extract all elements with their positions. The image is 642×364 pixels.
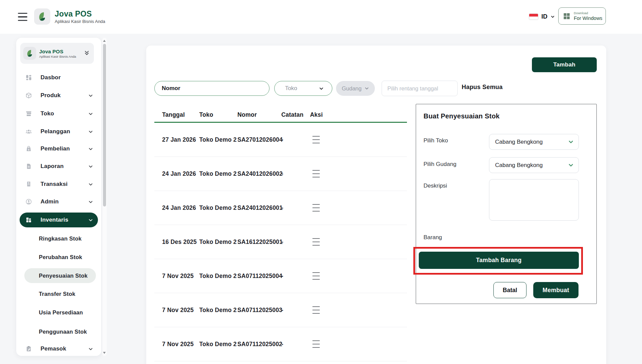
scrollbar-down-arrow[interactable]	[103, 352, 106, 354]
scrollbar-thumb[interactable]	[103, 44, 106, 206]
sidebar-brand-subtitle: Aplikasi Kasir Bisnis Anda	[39, 55, 76, 58]
sidebar-subitem-label: Usia Persediaan	[39, 309, 83, 316]
sidebar-subitem-ringkasan-stok[interactable]: Ringkasan Stok	[20, 231, 98, 246]
cell-number: SA07112025003	[237, 307, 281, 314]
chevron-down-icon	[88, 146, 93, 151]
sidebar-subitem-usia-persediaan[interactable]: Usia Persediaan	[20, 305, 98, 320]
page: Jova POS Aplikasi Kasir Bisnis Anda ID D…	[0, 0, 642, 364]
leaf-logo-icon	[25, 49, 34, 58]
main-content: Tambah Nomor Toko Gudang Hapus Semua Tan…	[146, 46, 606, 364]
store-select[interactable]: Cabang Bengkong	[489, 134, 579, 150]
store-filter-dropdown[interactable]: Toko	[274, 81, 332, 96]
membuat-button[interactable]: Membuat	[533, 282, 579, 298]
svg-text:$: $	[28, 148, 29, 151]
warehouse-filter-dropdown-disabled[interactable]: Gudang	[336, 81, 375, 96]
cell-note: -	[281, 204, 310, 212]
sidebar-item-laporan[interactable]: Laporan	[20, 159, 98, 174]
warehouse-select-value: Cabang Bengkong	[495, 162, 543, 169]
sidebar-subitem-perubahan-stok[interactable]: Perubahan Stok	[20, 250, 98, 264]
scrollbar-up-arrow[interactable]	[103, 40, 106, 42]
chevron-down-icon	[88, 346, 93, 352]
adjustments-table: Tanggal Toko Nomor Catatan Aksi 27 Jan 2…	[154, 108, 407, 361]
search-input[interactable]	[195, 82, 264, 94]
sidebar-item-inventaris[interactable]: Inventaris	[20, 213, 98, 227]
batal-button[interactable]: Batal	[493, 282, 527, 298]
cell-store: Toko Demo 2	[199, 136, 237, 143]
warehouse-select-label: Pilih Gudang	[423, 161, 456, 168]
cell-date: 24 Jan 2026	[154, 170, 199, 177]
language-code: ID	[541, 13, 547, 20]
cell-store: Toko Demo 2	[199, 170, 237, 177]
download-for-windows-button[interactable]: Download For Windows	[558, 7, 606, 25]
cell-store: Toko Demo 2	[199, 341, 237, 348]
table-header-row: Tanggal Toko Nomor Catatan Aksi	[154, 108, 407, 123]
tambah-barang-button[interactable]: Tambah Barang	[419, 252, 579, 269]
table-row: 7 Nov 2025 Toko Demo 2 SA07112025004 -	[154, 259, 407, 293]
chevron-down-icon	[88, 164, 93, 169]
sidebar-item-produk[interactable]: Produk	[20, 88, 98, 103]
cell-date: 7 Nov 2025	[154, 273, 199, 280]
chevron-down-icon	[88, 93, 93, 98]
sidebar-item-label: Produk	[41, 92, 61, 99]
sidebar-subitem-label: Penyesuaian Stok	[39, 273, 87, 279]
sidebar-item-label: Pemasok	[41, 345, 66, 352]
date-range-input[interactable]	[382, 81, 458, 96]
sidebar-item-transaksi[interactable]: $ Transaksi	[20, 177, 98, 192]
search-category-dropdown[interactable]: Nomor	[162, 85, 180, 92]
cell-note: -	[281, 136, 310, 143]
row-actions-menu-icon[interactable]	[312, 340, 321, 348]
cell-note: -	[281, 170, 310, 177]
sidebar-subitem-penyesuaian-stok[interactable]: Penyesuaian Stok	[24, 268, 96, 283]
column-header-catatan: Catatan	[281, 111, 310, 118]
sidebar-item-pembelian[interactable]: $ Pembelian	[20, 141, 98, 156]
row-actions-menu-icon[interactable]	[312, 136, 321, 143]
clear-all-button[interactable]: Hapus Semua	[462, 84, 503, 91]
download-label: For Windows	[574, 16, 602, 21]
sidebar-subitem-label: Penggunaan Stok	[39, 329, 87, 335]
sidebar-brand-card: Jova POS Aplikasi Kasir Bisnis Anda	[20, 43, 94, 64]
column-header-nomor: Nomor	[237, 111, 281, 118]
row-actions-menu-icon[interactable]	[312, 204, 321, 212]
chevron-down-icon	[88, 199, 93, 204]
sidebar-subitem-label: Perubahan Stok	[39, 254, 82, 260]
app-title: Jova POS	[55, 9, 105, 18]
items-label: Barang	[423, 234, 442, 241]
top-bar: Jova POS Aplikasi Kasir Bisnis Anda ID D…	[0, 0, 642, 34]
hamburger-menu-icon[interactable]	[18, 13, 28, 21]
sidebar-subitem-transfer-stok[interactable]: Transfer Stok	[20, 286, 98, 301]
warehouse-filter-label: Gudang	[342, 85, 362, 92]
row-actions-menu-icon[interactable]	[312, 238, 321, 246]
app-brand: Jova POS Aplikasi Kasir Bisnis Anda	[34, 8, 105, 25]
sidebar-item-label: Admin	[41, 198, 59, 205]
tambah-button[interactable]: Tambah	[532, 57, 597, 72]
table-row: 7 Nov 2025 Toko Demo 2 SA07112025003 -	[154, 293, 407, 327]
sidebar-subitem-label: Ringkasan Stok	[39, 235, 82, 242]
description-textarea[interactable]	[489, 179, 579, 221]
dashboard-icon	[25, 74, 32, 81]
sidebar-collapse-icon[interactable]	[84, 50, 90, 56]
row-actions-menu-icon[interactable]	[312, 272, 321, 280]
cell-date: 24 Jan 2026	[154, 204, 199, 212]
column-header-toko: Toko	[199, 111, 237, 118]
sidebar-item-toko[interactable]: Toko	[20, 106, 98, 121]
chevron-down-icon	[568, 162, 574, 168]
sidebar-item-dasbor[interactable]: Dasbor	[20, 70, 98, 85]
sidebar-subitem-penggunaan-stok[interactable]: Penggunaan Stok	[20, 324, 98, 339]
svg-text:$: $	[28, 182, 29, 185]
store-filter-label: Toko	[285, 85, 297, 92]
indonesia-flag-icon	[529, 13, 538, 20]
sidebar-item-pelanggan[interactable]: Pelanggan	[20, 124, 98, 139]
sidebar-item-pemasok[interactable]: Pemasok	[20, 341, 98, 356]
cell-date: 7 Nov 2025	[154, 341, 199, 348]
package-icon	[25, 92, 32, 99]
sidebar-brand-title: Jova POS	[39, 49, 76, 54]
cell-date: 16 Des 2025	[154, 239, 199, 246]
column-header-aksi: Aksi	[310, 111, 407, 118]
language-selector[interactable]: ID	[529, 10, 555, 23]
warehouse-select[interactable]: Cabang Bengkong	[489, 157, 579, 173]
sidebar-item-admin[interactable]: Admin	[20, 194, 98, 209]
chevron-down-icon	[88, 218, 93, 223]
sidebar-item-label: Transaksi	[41, 181, 68, 188]
row-actions-menu-icon[interactable]	[312, 306, 321, 314]
row-actions-menu-icon[interactable]	[312, 170, 321, 177]
